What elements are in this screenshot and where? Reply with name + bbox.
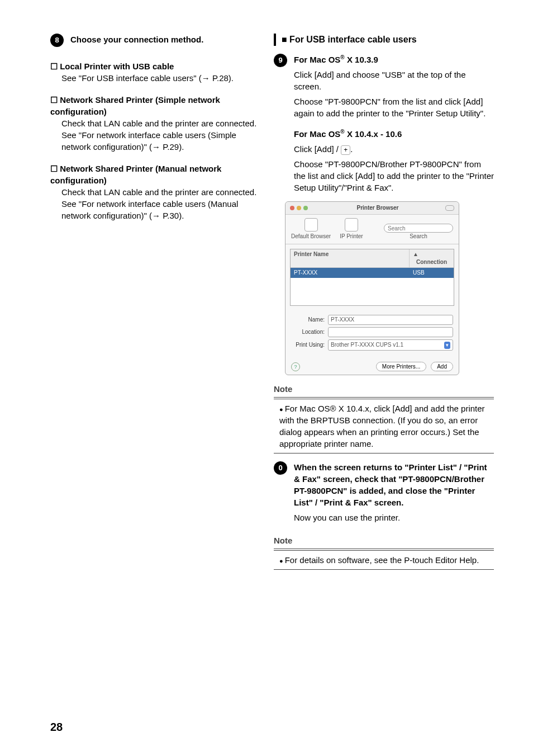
note-2-footrule — [274, 569, 494, 570]
step-9-p3b: . — [350, 144, 353, 154]
printer-list-row[interactable]: PT-XXXX USB — [291, 268, 454, 278]
right-column: For USB interface cable users 9 For Mac … — [274, 34, 494, 578]
row-printer-name: PT-XXXX — [291, 268, 410, 278]
search-label: Search — [410, 233, 427, 240]
step-9-p4: Choose "PT-9800PCN/Brother PT-9800PCN" f… — [294, 158, 494, 193]
option-net-manual-body1: Check that LAN cable and the printer are… — [61, 186, 257, 198]
step-10-body: Now you can use the printer. — [294, 512, 494, 523]
step-9-p2: Choose "PT-9800PCN" from the list and cl… — [294, 96, 494, 119]
col-connection-label: Connection — [413, 258, 450, 266]
os-label-2: For Mac OS — [294, 129, 340, 139]
window-footer: ? More Printers... Add — [285, 358, 459, 375]
step-9-p3: Click [Add] / +. — [294, 143, 494, 155]
form-row-name: Name: PT-XXXX — [291, 315, 453, 325]
help-icon[interactable]: ? — [291, 362, 300, 371]
ip-printer-icon — [345, 218, 358, 231]
step-9-heading-1039: For Mac OS® X 10.3.9 — [294, 54, 494, 65]
toolbar-default-browser-label: Default Browser — [291, 233, 331, 240]
page-content: 8 Choose your connection method. Local P… — [0, 0, 533, 600]
print-using-select[interactable]: Brother PT-XXXX CUPS v1.1 ▾ — [328, 339, 453, 351]
form-row-print-using: Print Using: Brother PT-XXXX CUPS v1.1 ▾ — [291, 339, 453, 351]
location-field[interactable] — [328, 327, 453, 337]
step-8-icon: 8 — [50, 34, 64, 47]
zoom-dot-icon — [303, 206, 308, 210]
window-toolbar: Default Browser IP Printer Search — [285, 215, 459, 244]
step-9-p3a: Click [Add] / — [294, 144, 341, 154]
registered-mark: ® — [340, 54, 344, 60]
close-dot-icon — [290, 206, 294, 210]
printer-browser-screenshot: Printer Browser Default Browser IP Print… — [285, 201, 459, 375]
window-pill-icon — [445, 205, 454, 211]
option-net-manual-title: Network Shared Printer (Manual network c… — [50, 163, 257, 186]
printer-icon — [304, 218, 318, 231]
printer-form: Name: PT-XXXX Location: Print Using: Bro… — [285, 310, 459, 358]
option-local-usb: Local Printer with USB cable See "For US… — [50, 60, 257, 84]
option-net-simple: Network Shared Printer (Simple network c… — [50, 94, 257, 153]
option-net-simple-title: Network Shared Printer (Simple network c… — [50, 94, 257, 117]
minimize-dot-icon — [297, 206, 301, 210]
option-net-simple-body1: Check that LAN cable and the printer are… — [61, 117, 257, 129]
print-using-value: Brother PT-XXXX CUPS v1.1 — [331, 341, 403, 349]
window-titlebar: Printer Browser — [285, 202, 459, 215]
option-net-simple-body2: See "For network interface cable users (… — [61, 129, 257, 153]
form-row-location: Location: — [291, 327, 453, 337]
os-label-1: For Mac OS — [294, 55, 340, 64]
step-9-p1: Click [Add] and choose "USB" at the top … — [294, 69, 494, 92]
note-2-body: For details on software, see the P-touch… — [279, 554, 494, 566]
toolbar-ip-printer-label: IP Printer — [340, 233, 363, 240]
note-2-rule — [274, 549, 494, 551]
printer-list: Printer Name ▲ Connection PT-XXXX USB — [290, 249, 454, 306]
option-local-usb-title: Local Printer with USB cable — [50, 60, 257, 72]
os-version-1: X 10.3.9 — [345, 55, 378, 64]
row-connection: USB — [410, 268, 454, 278]
step-10: 0 When the screen returns to "Printer Li… — [274, 461, 494, 527]
step-10-icon: 0 — [274, 461, 287, 475]
step-8: 8 Choose your connection method. — [50, 34, 257, 47]
step-10-heading: When the screen returns to "Printer List… — [294, 461, 494, 508]
step-9-heading-104x: For Mac OS® X 10.4.x - 10.6 — [294, 128, 494, 140]
step-8-title: Choose your connection method. — [70, 34, 203, 45]
printer-list-header: Printer Name ▲ Connection — [291, 249, 454, 268]
window-title: Printer Browser — [310, 204, 445, 212]
search-input[interactable] — [384, 224, 453, 233]
note-1-title: Note — [274, 383, 494, 395]
note-1-body: For Mac OS® X 10.4.x, click [Add] and ad… — [279, 403, 494, 450]
step-9: 9 For Mac OS® X 10.3.9 Click [Add] and c… — [274, 54, 494, 197]
toolbar-ip-printer[interactable]: IP Printer — [340, 218, 363, 240]
more-printers-button[interactable]: More Printers... — [376, 362, 426, 371]
chevron-updown-icon: ▾ — [444, 342, 450, 349]
left-column: 8 Choose your connection method. Local P… — [50, 34, 257, 578]
os-version-2: X 10.4.x - 10.6 — [345, 129, 402, 139]
col-printer-name[interactable]: Printer Name — [291, 249, 410, 267]
note-2: Note For details on software, see the P-… — [274, 535, 494, 570]
option-net-manual-body2: See "For network interface cable users (… — [61, 198, 257, 221]
toolbar-search: Search — [384, 224, 453, 240]
name-label: Name: — [291, 316, 325, 324]
note-1: Note For Mac OS® X 10.4.x, click [Add] a… — [274, 383, 494, 453]
toolbar-default-browser[interactable]: Default Browser — [291, 218, 331, 240]
option-local-usb-body: See "For USB interface cable users" (→ P… — [61, 72, 257, 84]
print-using-label: Print Using: — [291, 341, 325, 349]
name-field[interactable]: PT-XXXX — [328, 315, 453, 325]
section-heading: For USB interface cable users — [282, 34, 494, 46]
option-net-manual: Network Shared Printer (Manual network c… — [50, 163, 257, 221]
note-1-footrule — [274, 453, 494, 453]
note-2-title: Note — [274, 535, 494, 546]
registered-mark-2: ® — [340, 129, 344, 135]
step-9-icon: 9 — [274, 54, 287, 67]
page-number: 28 — [50, 721, 63, 734]
section-heading-bar: For USB interface cable users — [274, 34, 494, 46]
location-label: Location: — [291, 328, 325, 336]
plus-button-icon: + — [341, 145, 350, 154]
add-button[interactable]: Add — [431, 362, 453, 371]
col-connection[interactable]: ▲ Connection — [410, 249, 454, 267]
note-1-rule — [274, 397, 494, 399]
